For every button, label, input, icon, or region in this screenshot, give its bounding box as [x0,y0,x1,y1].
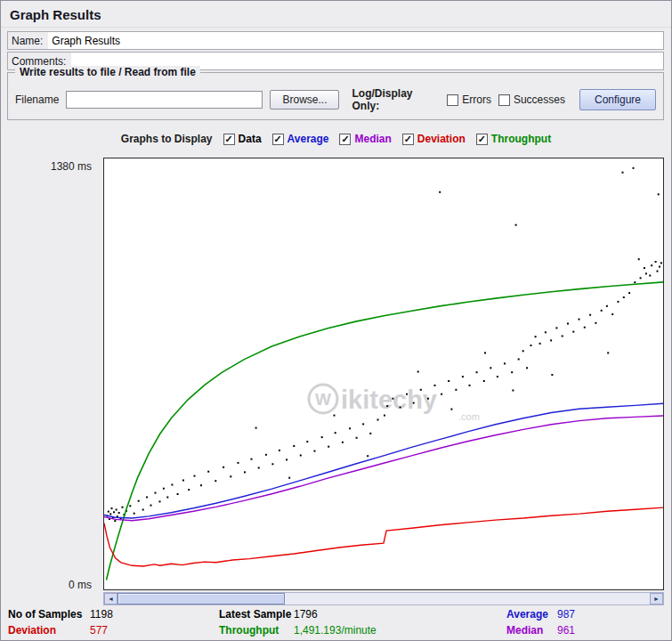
scrollbar-track[interactable] [117,593,650,604]
svg-text:.com: .com [458,411,480,422]
y-axis-max-label: 1380 ms [44,160,92,173]
series-deviation [104,507,663,566]
deviation-checkbox-label: Deviation [417,133,466,145]
deviation-checkbox-box[interactable]: ✓ [402,134,414,145]
series-median [104,416,663,521]
svg-text:W: W [315,390,331,409]
name-field-row: Name: [7,31,664,50]
average-checkbox-label: Average [287,133,329,145]
median-checkbox-box[interactable]: ✓ [339,134,351,145]
average-stat: Average987 [506,608,575,621]
throughput-stat: Throughput1,491.193/minute [219,624,376,637]
successes-checkbox-box[interactable] [498,94,510,106]
graphs-to-display-label: Graphs to Display [121,133,213,145]
graph-canvas: Wikitechy.com [103,158,664,590]
configure-button[interactable]: Configure [579,89,656,110]
name-label: Name: [8,32,48,49]
deviation-checkbox[interactable]: ✓ Deviation [402,133,466,145]
errors-checkbox-box[interactable] [447,94,458,106]
successes-checkbox[interactable]: Successes [498,93,565,106]
median-checkbox-label: Median [354,133,391,145]
no-of-samples-stat: No of Samples1198 [8,608,113,621]
filename-input[interactable] [66,91,263,109]
average-checkbox-box[interactable]: ✓ [272,134,284,145]
title-bar: Graph Results [1,1,671,28]
latest-sample-stat: Latest Sample1796 [219,608,318,621]
log-display-only-label: Log/Display Only: [352,87,440,112]
groupbox-title: Write results to file / Read from file [15,66,200,78]
median-checkbox[interactable]: ✓ Median [339,133,391,145]
watermark: Wikitechy.com [309,385,480,422]
name-input[interactable] [48,32,663,49]
browse-button[interactable]: Browse... [270,90,339,110]
jmeter-graph-results-window: Graph Results Name: Comments: Write resu… [0,0,672,641]
y-axis-min-label: 0 ms [44,579,92,591]
average-checkbox[interactable]: ✓ Average [272,133,329,145]
scrollbar-right-arrow-icon[interactable]: ► [650,593,663,604]
filename-label: Filename [15,93,59,106]
throughput-checkbox-box[interactable]: ✓ [476,134,488,145]
page-title: Graph Results [10,7,101,22]
deviation-stat: Deviation577 [8,624,108,637]
graph-svg: Wikitechy.com [104,158,663,589]
throughput-checkbox[interactable]: ✓ Throughput [476,133,551,145]
errors-checkbox-label: Errors [462,93,491,106]
errors-checkbox[interactable]: Errors [447,93,491,106]
svg-text:ikitechy: ikitechy [341,385,437,414]
throughput-checkbox-label: Throughput [491,133,551,145]
graphs-to-display-row: Graphs to Display ✓ Data ✓ Average ✓ Med… [1,130,671,148]
horizontal-scrollbar[interactable]: ◄ ► [103,592,664,605]
median-stat: Median961 [506,624,575,637]
scrollbar-thumb[interactable] [117,593,285,604]
write-results-groupbox: Write results to file / Read from file F… [7,72,664,120]
successes-checkbox-label: Successes [514,93,565,106]
data-checkbox[interactable]: ✓ Data [223,133,262,145]
scrollbar-left-arrow-icon[interactable]: ◄ [104,593,117,604]
data-checkbox-box[interactable]: ✓ [223,134,235,145]
data-checkbox-label: Data [239,133,262,145]
